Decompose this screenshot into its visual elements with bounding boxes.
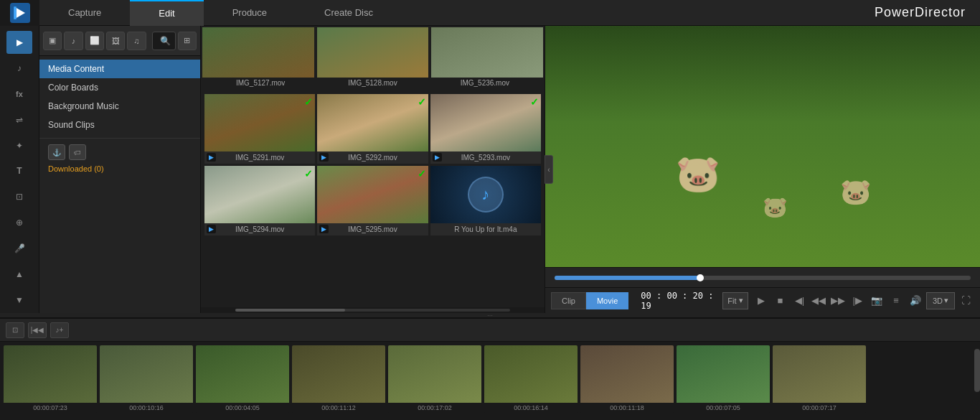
media-grid-scroll[interactable]: ✓ ▶ IMG_5291.mov ✓ ▶ IMG_5292.mov ✓ ▶ IM…	[201, 90, 545, 307]
timeline-thumb[interactable]	[697, 274, 704, 281]
media-thumb-6[interactable]: ✓ ▶ IMG_5293.mov	[430, 94, 541, 164]
corner-icon-5: ▶	[319, 153, 329, 162]
sidebar-transition-btn[interactable]: ⇌	[6, 108, 32, 131]
partial-thumb-3[interactable]	[431, 27, 543, 78]
movie-btn[interactable]: Movie	[586, 292, 628, 309]
timeline-prev-btn[interactable]: |◀◀	[28, 322, 47, 338]
nav-media-content[interactable]: Media Content	[39, 60, 200, 78]
media-type-audio-btn[interactable]: ♪	[64, 32, 83, 50]
download-icon-1[interactable]: ⚓	[48, 144, 65, 160]
timeline-clip-3[interactable]: 00:00:04:05	[196, 345, 289, 413]
sidebar-particle-btn[interactable]: ✦	[6, 134, 32, 157]
timeline-insert-btn[interactable]: ⊡	[6, 322, 24, 338]
nav-tab-create-disc[interactable]: Create Disc	[296, 0, 402, 26]
grid-view-btn[interactable]: ⊞	[178, 32, 197, 50]
timeline-clip-1[interactable]: 00:00:07:23	[4, 345, 97, 413]
fit-dropdown[interactable]: Fit ▾	[722, 292, 748, 309]
clip-time-9: 00:00:07:17	[773, 403, 866, 413]
stop-icon: ■	[778, 295, 783, 306]
timeline-v-scrollbar[interactable]	[974, 342, 980, 420]
transition-icon: ⇌	[16, 115, 23, 125]
volume-icon: 🔊	[910, 295, 921, 306]
media-type-music-btn[interactable]: ♫	[127, 32, 146, 50]
timeline-clip-9[interactable]: 00:00:07:17	[773, 345, 866, 413]
nav-sound-clips[interactable]: Sound Clips	[39, 116, 200, 134]
sidebar-audio-btn[interactable]: ♪	[6, 57, 32, 80]
overlay-icon: ⊡	[16, 192, 23, 202]
rewind-btn[interactable]: ◀◀	[810, 291, 827, 311]
corner-icon-8: ▶	[319, 225, 329, 233]
music-icon: ♫	[133, 37, 139, 45]
nav-color-boards[interactable]: Color Boards	[39, 78, 200, 97]
media-thumb-4[interactable]: ✓ ▶ IMG_5291.mov	[204, 94, 315, 164]
top-partial-row	[201, 26, 545, 79]
play-btn[interactable]: ▶	[753, 291, 770, 311]
timeline-tracks[interactable]: 00:00:07:23 00:00:10:16 00:00:04:05 00:0…	[0, 342, 974, 420]
sidebar-title-btn[interactable]: T	[6, 160, 32, 183]
media-type-image-btn[interactable]: 🖼	[106, 32, 125, 50]
nav-background-music[interactable]: Background Music	[39, 97, 200, 116]
thumb-label-4: IMG_5291.mov	[204, 151, 315, 164]
timeline-clip-5[interactable]: 00:00:17:02	[388, 345, 481, 413]
timeline-clip-7[interactable]: 00:00:11:18	[580, 345, 674, 413]
stop-btn[interactable]: ■	[771, 291, 788, 311]
threed-btn[interactable]: 3D ▾	[926, 292, 955, 309]
collapse-panel-btn[interactable]: ‹	[545, 155, 553, 184]
timeline-clip-6[interactable]: 00:00:16:14	[484, 345, 578, 413]
timeline-scrollbar-thumb[interactable]	[974, 349, 980, 392]
snapshot-btn[interactable]: 📷	[868, 291, 885, 311]
preview-panel: 🐷 🐷 🐷 Clip Movie 00 : 00 : 20 : 19 Fit ▾	[545, 26, 980, 313]
nav-tab-produce[interactable]: Produce	[204, 0, 296, 26]
forward-btn[interactable]: ▶▶	[829, 291, 847, 311]
prev-frame-btn[interactable]: ◀|	[791, 291, 808, 311]
media-thumb-9[interactable]: ♪ R You Up for It.m4a	[430, 166, 541, 235]
sidebar-overlay-btn[interactable]: ⊡	[6, 185, 32, 208]
voice-icon: 🎤	[14, 243, 25, 253]
preview-timeline[interactable]	[555, 276, 971, 280]
subtitle-btn[interactable]: ≡	[887, 291, 905, 311]
partial-thumb-2[interactable]	[317, 27, 429, 78]
media-thumb-5[interactable]: ✓ ▶ IMG_5292.mov	[317, 94, 428, 164]
fullscreen-btn[interactable]: ⛶	[957, 291, 974, 311]
camera-icon: 📷	[871, 295, 882, 306]
sidebar-down-btn[interactable]: ▼	[6, 289, 32, 312]
timeline-add-music-btn[interactable]: ♪+	[50, 322, 69, 338]
media-type-video-btn[interactable]: ▣	[43, 32, 62, 50]
fx-icon: fx	[16, 90, 23, 98]
end-btn[interactable]: |▶	[849, 291, 866, 311]
scroll-indicator	[201, 307, 545, 313]
sidebar-media-btn[interactable]: ▶	[6, 31, 32, 54]
thumb-label-8: IMG_5295.mov	[317, 223, 428, 235]
tag-icon: 🏷	[74, 149, 81, 157]
sidebar-chroma-btn[interactable]: ⊕	[6, 211, 32, 234]
media-thumb-8[interactable]: ✓ ▶ IMG_5295.mov	[317, 166, 428, 235]
volume-btn[interactable]: 🔊	[907, 291, 924, 311]
add-music-icon: ♪+	[56, 326, 64, 334]
anchor-icon: ⚓	[52, 149, 61, 157]
timeline-content: 00:00:07:23 00:00:10:16 00:00:04:05 00:0…	[0, 342, 980, 420]
download-icon-2[interactable]: 🏷	[69, 144, 86, 160]
library-panel: ▣ ♪ ⬜ 🖼 ♫ 🔍 ⊞ Media Content	[39, 26, 201, 313]
nav-tab-capture[interactable]: Capture	[39, 0, 130, 26]
svg-rect-2	[14, 6, 17, 19]
clip-time-8: 00:00:07:05	[677, 403, 770, 413]
sidebar-up-btn[interactable]: ▲	[6, 263, 32, 286]
media-thumb-7[interactable]: ✓ ▶ IMG_5294.mov	[204, 166, 315, 235]
sidebar-fx-btn[interactable]: fx	[6, 83, 32, 106]
play-icon: ▶	[758, 295, 765, 306]
main-content: ▶ ♪ fx ⇌ ✦ T ⊡ ⊕ 🎤 ▲ ▼	[0, 26, 980, 313]
nav-tab-edit[interactable]: Edit	[130, 0, 203, 26]
audio2-icon: ♪	[72, 37, 76, 45]
timeline-clip-4[interactable]: 00:00:11:12	[292, 345, 385, 413]
threed-chevron-icon: ▾	[944, 296, 948, 305]
check-icon-7: ✓	[304, 168, 313, 179]
partial-thumb-1[interactable]	[202, 27, 314, 78]
h-scrollbar[interactable]	[235, 309, 510, 312]
nav-tabs: Capture Edit Produce Create Disc	[39, 0, 457, 26]
sidebar-voice-btn[interactable]: 🎤	[6, 237, 32, 260]
timeline-clip-8[interactable]: 00:00:07:05	[677, 345, 770, 413]
timeline-clip-2[interactable]: 00:00:10:16	[100, 345, 193, 413]
clip-btn[interactable]: Clip	[551, 292, 586, 309]
thumb-label-3: IMG_5236.mov	[429, 79, 541, 87]
media-type-screen-btn[interactable]: ⬜	[85, 32, 104, 50]
